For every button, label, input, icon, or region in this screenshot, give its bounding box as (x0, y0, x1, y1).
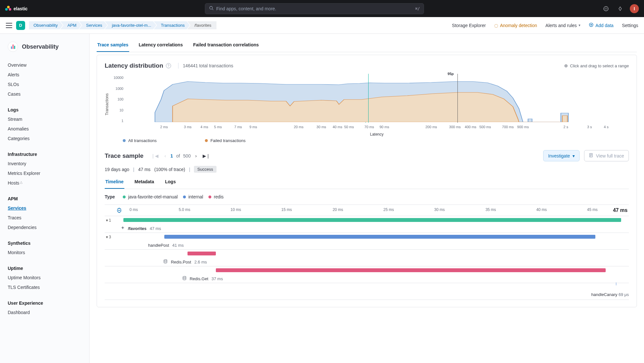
nav-toggle-icon[interactable] (6, 23, 12, 28)
sidebar-item[interactable]: Categories (8, 134, 82, 143)
space-badge[interactable]: D (16, 21, 25, 30)
waterfall-total: 47 ms (613, 207, 629, 213)
sidebar-item[interactable]: SLOs (8, 80, 82, 89)
trace-sample-title: Trace sample (105, 152, 143, 159)
trace-pct: (100% of trace) (154, 167, 185, 172)
breadcrumb-item[interactable]: Services (79, 21, 107, 29)
legend-item[interactable]: All transactions (123, 138, 157, 143)
span-type-legend: Type java-favorite-otel-manualinternalre… (105, 189, 629, 201)
pager-next-button[interactable]: › (194, 153, 198, 159)
sidebar: Observability OverviewAlertsSLOsCasesLog… (0, 34, 90, 363)
sidebar-item[interactable]: Hosts△ (8, 178, 82, 188)
view-full-trace-button[interactable]: View full trace (584, 150, 629, 161)
anomaly-detection-link[interactable]: ◌ Anomaly detection (494, 23, 537, 28)
marker-95p-line (457, 74, 458, 123)
pager-first-button[interactable]: ❘◀ (150, 153, 160, 159)
sidebar-item[interactable]: Alerts (8, 70, 82, 80)
breadcrumb-bar: D ObservabilityAPMServicesjava-favorite-… (0, 17, 644, 34)
trace-status-badge: Success (194, 166, 216, 173)
histogram-svg (125, 74, 629, 122)
sidebar-item[interactable]: Anomalies (8, 124, 82, 134)
waterfall-row[interactable]: ▾3handlePost41 ms (105, 233, 629, 250)
y-ticks: 100001000100101 (109, 74, 125, 135)
sidebar-item[interactable]: Dashboard (8, 308, 82, 317)
user-avatar[interactable]: I (630, 4, 639, 13)
spark-icon (121, 226, 125, 231)
type-label: Type (105, 194, 115, 199)
main-content: Trace samplesLatency correlationsFailed … (90, 34, 644, 363)
sidebar-item[interactable]: Traces (8, 213, 82, 223)
subtab[interactable]: Logs (164, 175, 176, 189)
pager-prev-button[interactable]: ‹ (163, 153, 167, 159)
trace-panel: Latency distribution ? 146441 total tran… (97, 55, 637, 307)
sidebar-item[interactable]: Uptime Monitors (8, 273, 82, 282)
y-axis-label: Transactions (105, 74, 109, 135)
row-toggle[interactable]: ▾3 (105, 235, 116, 239)
svg-point-0 (210, 6, 213, 9)
search-kbd-hint: ⌘/ (415, 6, 420, 11)
brand-logo[interactable]: elastic (5, 6, 28, 12)
global-search[interactable]: Find apps, content, and more. ⌘/ (205, 3, 424, 14)
breadcrumb-item[interactable]: java-favorite-otel-m... (105, 21, 156, 29)
sidebar-item[interactable]: Dependencies (8, 223, 82, 232)
sidebar-item[interactable]: Stream (8, 114, 82, 124)
search-icon (209, 6, 214, 11)
tab[interactable]: Latency correlations (138, 38, 184, 52)
search-placeholder: Find apps, content, and more. (216, 6, 413, 11)
sidebar-group-head: Uptime (8, 263, 82, 273)
breadcrumb-item[interactable]: Transactions (154, 21, 190, 29)
waterfall-row[interactable]: Redis.Post2.6 ms (105, 250, 629, 266)
breadcrumb-item[interactable]: APM (60, 21, 82, 29)
newsfeed-icon[interactable] (616, 4, 625, 13)
svg-point-6 (164, 260, 167, 261)
anomaly-icon: ◌ (494, 23, 498, 28)
drag-hint: Click and drag to select a range (570, 63, 629, 68)
sidebar-item[interactable]: TLS Certificates (8, 282, 82, 292)
database-icon (182, 276, 187, 281)
sidebar-group-head: Infrastructure (8, 148, 82, 159)
main-tabs: Trace samplesLatency correlationsFailed … (97, 38, 637, 52)
latency-histogram[interactable]: Current sample 95p Transactions 10000100… (105, 74, 629, 135)
row-toggle[interactable]: ▾1 (105, 218, 116, 223)
trace-age: 19 days ago (105, 167, 129, 172)
subtab[interactable]: Timeline (105, 175, 124, 189)
pager-last-button[interactable]: ▶❘ (201, 153, 211, 159)
investigate-button[interactable]: Investigate ▾ (543, 150, 580, 161)
waterfall-row[interactable]: ▾1/favorites47 ms (105, 216, 629, 233)
waterfall-axis: 0 ms5.0 ms10 ms15 ms20 ms25 ms30 ms35 ms… (134, 207, 613, 213)
sidebar-item[interactable]: Services (8, 203, 82, 213)
marker-current-line (368, 74, 369, 123)
type-legend-item: redis (208, 194, 224, 199)
sidebar-group-head: Logs (8, 104, 82, 114)
sidebar-item[interactable]: Overview (8, 60, 82, 70)
collapse-all-icon[interactable] (116, 207, 122, 213)
waterfall-row[interactable]: Redis.Get37 ms (105, 266, 629, 283)
crosshair-icon: ⊕ (564, 63, 568, 68)
sidebar-item[interactable]: Metrics Explorer (8, 168, 82, 178)
trace-duration: 47 ms (138, 167, 150, 172)
observability-icon (8, 42, 18, 52)
pager-current: 1 (170, 153, 173, 158)
info-icon[interactable]: ? (166, 63, 171, 68)
breadcrumb-item[interactable]: Observability (29, 21, 63, 29)
storage-explorer-link[interactable]: Storage Explorer (452, 23, 486, 28)
breadcrumbs: ObservabilityAPMServicesjava-favorite-ot… (29, 21, 214, 29)
global-header: elastic Find apps, content, and more. ⌘/… (0, 0, 644, 17)
legend-item[interactable]: Failed transactions (205, 138, 245, 143)
settings-link[interactable]: Settings (622, 23, 638, 28)
waterfall-row[interactable]: handleCanary 69 μs (105, 283, 629, 300)
sidebar-item[interactable]: Inventory (8, 159, 82, 168)
document-icon (589, 153, 593, 158)
breadcrumb-item: /favorites (187, 21, 216, 29)
elastic-logo-icon (5, 6, 11, 12)
subtab[interactable]: Metadata (134, 175, 155, 189)
sidebar-item[interactable]: Cases (8, 89, 82, 99)
sidebar-item[interactable]: Monitors (8, 248, 82, 257)
tab[interactable]: Trace samples (97, 38, 129, 52)
tab[interactable]: Failed transaction correlations (192, 38, 259, 52)
add-data-link[interactable]: Add data (589, 23, 613, 28)
brand-name: elastic (14, 6, 28, 11)
help-icon[interactable] (601, 4, 610, 13)
trace-subtabs: TimelineMetadataLogs (105, 175, 629, 189)
alerts-rules-menu[interactable]: Alerts and rules (545, 23, 581, 28)
